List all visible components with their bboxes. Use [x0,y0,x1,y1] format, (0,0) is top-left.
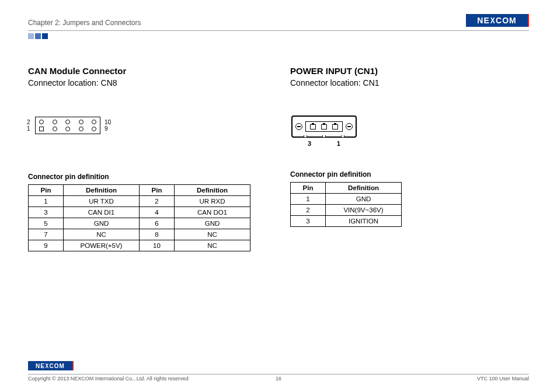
left-table-label: Connector pin definition [28,173,267,181]
cn8-diagram: 2 1 10 9 [29,116,134,144]
table-row: 3IGNITION [291,216,402,227]
cn8-label-1: 1 [27,125,30,132]
cn8-label-9: 9 [105,125,111,132]
th-def: Definition [64,185,140,196]
cn8-label-2: 2 [27,119,30,125]
table-row: 7NC8NC [29,229,250,240]
table-row: 3CAN DI14CAN DO1 [29,207,250,218]
table-row: 9POWER(+5V)10NC [29,240,250,251]
cn1-table: Pin Definition 1GND 2VIN(9V~36V) 3IGNITI… [290,182,402,227]
footer-rule [28,374,529,374]
right-section-subtitle: Connector location: CN1 [290,78,529,88]
table-row: 1GND [291,194,402,205]
footer-logo: NEXCOM [28,361,74,370]
cn8-label-10: 10 [105,119,111,125]
cn1-label-1: 1 [337,140,340,147]
brand-logo: NEXCOM [466,14,529,27]
th-pin: Pin [291,183,326,194]
left-section-subtitle: Connector location: CN8 [28,78,267,88]
th-pin: Pin [29,185,64,196]
right-table-label: Connector pin definition [290,170,529,178]
th-def: Definition [326,183,402,194]
cn1-diagram: 3 1 [291,116,379,147]
cn8-table: Pin Definition Pin Definition 1UR TXD2UR… [28,184,250,251]
table-row: 5GND6GND [29,218,250,229]
left-section-title: CAN Module Connector [28,66,267,76]
right-section-title: POWER INPUT (CN1) [290,66,529,76]
header-rule [28,30,529,31]
cn1-label-3: 3 [308,140,311,147]
th-def: Definition [175,185,250,196]
th-pin: Pin [140,185,175,196]
decorative-squares [28,33,529,39]
copyright-text: Copyright © 2013 NEXCOM International Co… [28,376,189,382]
page-number: 16 [276,376,281,382]
table-row: 1UR TXD2UR RXD [29,196,250,207]
chapter-title: Chapter 2: Jumpers and Connectors [28,19,141,27]
doc-title: VTC 100 User Manual [477,376,529,382]
table-row: 2VIN(9V~36V) [291,205,402,216]
